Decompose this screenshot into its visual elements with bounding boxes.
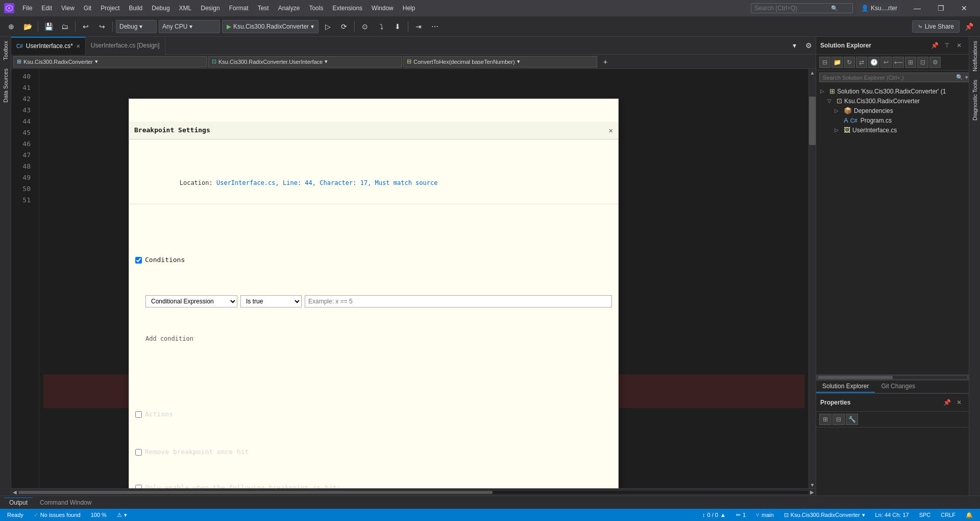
bp-close-x-button[interactable]: ✕ — [609, 125, 613, 136]
tab-git-changes[interactable]: Git Changes — [875, 381, 921, 393]
profile-button[interactable]: 👤 Ksu....rter — [857, 3, 901, 14]
data-sources-label[interactable]: Data Sources — [1, 64, 11, 107]
close-button[interactable]: ✕ — [952, 0, 976, 16]
ready-status[interactable]: Ready — [5, 512, 26, 518]
edit-status[interactable]: ✏ 1 — [734, 512, 748, 518]
menu-window[interactable]: Window — [368, 3, 398, 14]
tab-solution-explorer[interactable]: Solution Explorer — [816, 381, 875, 393]
dependencies-item[interactable]: ▷ 📦 Dependencies — [818, 106, 967, 115]
menu-design[interactable]: Design — [197, 3, 224, 14]
command-window-tab[interactable]: Command Window — [35, 498, 96, 507]
pin-button[interactable]: 📌 — [962, 19, 976, 34]
scroll-right-button[interactable]: ▶ — [808, 489, 816, 495]
title-search-box[interactable]: 🔍 — [751, 3, 853, 13]
props-wrench-button[interactable]: 🔧 — [846, 414, 858, 425]
menu-edit[interactable]: Edit — [37, 3, 56, 14]
menu-xml[interactable]: XML — [175, 3, 196, 14]
title-search-input[interactable] — [754, 5, 831, 12]
panel-pin-button[interactable]: ⊤ — [941, 40, 952, 51]
solution-search-input[interactable] — [823, 75, 954, 81]
tab-userinterface-cs[interactable]: C# UserInterface.cs* ✕ — [11, 37, 86, 55]
maximize-button[interactable]: ❐ — [929, 0, 952, 16]
nav-add-button[interactable]: + — [598, 55, 612, 69]
actions-checkbox[interactable] — [135, 411, 142, 418]
solution-root-item[interactable]: ▷ ⊞ Solution 'Ksu.Cis300.RadixConverter'… — [818, 86, 967, 96]
show-files-button[interactable]: 📁 — [831, 57, 843, 68]
debug-mode-dropdown[interactable]: Debug ▾ — [116, 20, 157, 33]
menu-file[interactable]: File — [18, 3, 36, 14]
open-button[interactable]: 📂 — [20, 19, 35, 34]
menu-format[interactable]: Format — [225, 3, 253, 14]
close-panel-button[interactable]: ✕ — [953, 40, 965, 51]
warning-icon-status[interactable]: ⚠ ▾ — [115, 512, 129, 518]
refresh-button[interactable]: ↻ — [844, 57, 855, 68]
save-button[interactable]: 💾 — [41, 19, 56, 34]
scroll-left-button[interactable]: ◀ — [11, 489, 18, 495]
sol-view1-button[interactable]: ⊞ — [905, 57, 916, 68]
solution-search-box[interactable]: 🔍 ▾ — [819, 73, 972, 82]
props-close-button[interactable]: ✕ — [953, 397, 965, 408]
horizontal-scrollbar[interactable]: ◀ ▶ — [11, 488, 816, 495]
live-share-button[interactable]: ⤷ Live Share — [912, 20, 960, 33]
menu-help[interactable]: Help — [399, 3, 420, 14]
props-pin-button[interactable]: 📌 — [941, 397, 952, 408]
menu-debug[interactable]: Debug — [148, 3, 174, 14]
sol-search-dropdown[interactable]: ▾ — [965, 74, 968, 81]
project-item[interactable]: ▽ ⊡ Ksu.Cis300.RadixConverter — [818, 96, 967, 106]
class-dropdown[interactable]: ⊡ Ksu.Cis300.RadixConverter.UserInterfac… — [208, 56, 402, 67]
branch-status[interactable]: ⑂ main — [754, 512, 776, 518]
output-tab[interactable]: Output — [4, 498, 33, 507]
condition-expression-input[interactable] — [305, 295, 612, 307]
props-view1-button[interactable]: ⊞ — [819, 414, 831, 425]
undo-sol-button[interactable]: ↩ — [880, 57, 892, 68]
tab-settings-button[interactable]: ⚙ — [801, 38, 816, 53]
diagnostic-label[interactable]: Diagnostic Tools — [970, 76, 980, 125]
bell-status[interactable]: 🔔 — [964, 512, 975, 518]
minimize-button[interactable]: — — [905, 0, 929, 16]
scroll-up-button[interactable]: ▲ — [809, 69, 816, 76]
undo-button[interactable]: ↩ — [79, 19, 93, 34]
notifications-label[interactable]: Notifications — [970, 37, 980, 76]
indent-button[interactable]: ⇥ — [411, 19, 426, 34]
history-button[interactable]: 🕐 — [868, 57, 879, 68]
collapse-all-button[interactable]: ⊟ — [819, 57, 830, 68]
menu-git[interactable]: Git — [80, 3, 95, 14]
menu-test[interactable]: Test — [254, 3, 273, 14]
issues-status[interactable]: ✓ No issues found — [32, 512, 83, 518]
breakpoint-button[interactable]: ⊙ — [358, 19, 372, 34]
code-content[interactable]: int power = 1; /* The power to which 16 … — [39, 69, 808, 488]
menu-analyze[interactable]: Analyze — [274, 3, 304, 14]
namespace-dropdown[interactable]: ⊞ Ksu.Cis300.RadixConverter ▾ — [13, 56, 207, 67]
scroll-down-button[interactable]: ▼ — [809, 481, 816, 488]
menu-project[interactable]: Project — [96, 3, 124, 14]
tab-list-button[interactable]: ▾ — [787, 38, 801, 53]
vertical-scrollbar[interactable]: ▲ ▼ — [808, 69, 816, 488]
zoom-status[interactable]: 100 % — [89, 512, 109, 518]
run-button[interactable]: ▶ Ksu.Cis300.RadixConverter ▾ — [222, 20, 318, 33]
close-tab-1[interactable]: ✕ — [76, 43, 80, 49]
step-into-button[interactable]: ⬇ — [390, 19, 405, 34]
save-all-button[interactable]: 🗂 — [58, 19, 72, 34]
only-enable-checkbox[interactable] — [135, 485, 142, 489]
method-dropdown[interactable]: ⊟ ConvertToHex(decimal baseTenNumber) ▾ — [403, 56, 597, 67]
line-ending-status[interactable]: CRLF — [939, 512, 958, 518]
remove-breakpoint-checkbox[interactable] — [135, 449, 142, 456]
cpu-mode-dropdown[interactable]: Any CPU ▾ — [159, 20, 220, 33]
errors-status[interactable]: ↕ 0 / 0 ▲ — [700, 512, 728, 518]
props-view2-button[interactable]: ⊟ — [832, 414, 845, 425]
toolbox-label[interactable]: Toolbox — [1, 37, 11, 64]
condition-mode-select[interactable]: Is trueWhen changed — [240, 295, 302, 307]
position-status[interactable]: Ln: 44 Ch: 17 — [873, 512, 911, 518]
new-file-button[interactable]: ⊕ — [4, 19, 18, 34]
more-toolbar-button[interactable]: ⋯ — [428, 19, 442, 34]
pin-panel-button[interactable]: 📌 — [929, 40, 940, 51]
bp-location-link[interactable]: UserInterface.cs, Line: 44, Character: 1… — [216, 179, 437, 186]
program-cs-item[interactable]: A C# Program.cs — [818, 115, 967, 125]
sol-settings-button[interactable]: ⚙ — [929, 57, 941, 68]
add-condition-link[interactable]: Add condition — [145, 333, 612, 344]
run-without-debug-button[interactable]: ▷ — [321, 19, 335, 34]
menu-view[interactable]: View — [57, 3, 79, 14]
expression-type-select[interactable]: Conditional ExpressionHit CountFilterDep… — [145, 295, 237, 307]
step-over-button[interactable]: ⤵ — [374, 19, 388, 34]
repo-status[interactable]: ⊡ Ksu.Cis300.RadixConverter ▾ — [782, 512, 867, 518]
